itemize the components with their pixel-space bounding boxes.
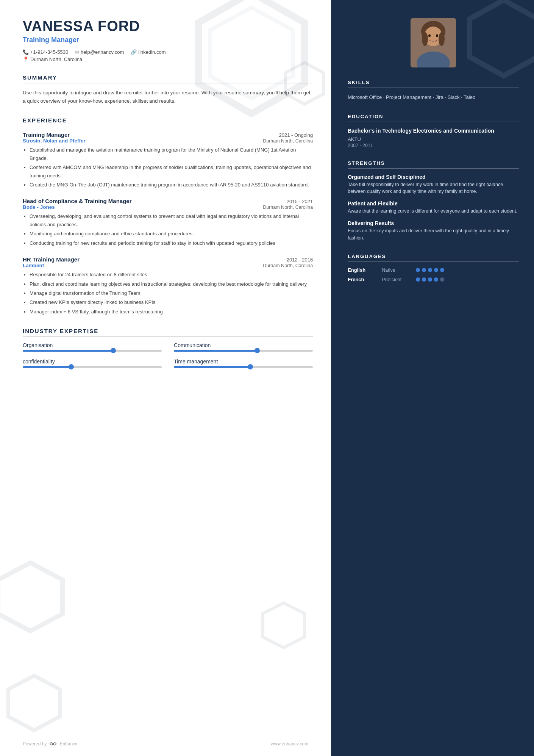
- strength-item-0: Organized and Self Disciplined Take full…: [348, 174, 519, 196]
- strength-item-2: Delivering Results Focus on the key inpu…: [348, 220, 519, 242]
- exp-bullet-2-1: Monitoring and enforcing compliance and …: [30, 230, 313, 238]
- exp-location-1: Durham North, Carolina: [263, 138, 313, 144]
- phone-contact: 📞 +1-914-345-5530: [23, 49, 68, 55]
- svg-point-13: [428, 34, 431, 37]
- email-icon: ✉: [75, 49, 79, 55]
- exp-bullet-1-0: Established and managed the aviation mai…: [30, 146, 313, 162]
- skills-text: Microsoft Office · Project Management · …: [348, 93, 519, 102]
- experience-section: EXPERIENCE Training Manager 2021 - Ongoi…: [23, 117, 313, 316]
- exp-location-2: Durham North, Carolina: [263, 205, 313, 210]
- lang-row-0: English Native: [348, 267, 519, 273]
- strength-desc-1: Aware that the learning curve is differe…: [348, 208, 519, 215]
- experience-title: EXPERIENCE: [23, 117, 313, 126]
- exp-bullets-2: Overseeing, developing, and evaluating c…: [23, 212, 313, 247]
- dot-0-0: [416, 268, 420, 272]
- strength-title-0: Organized and Self Disciplined: [348, 174, 519, 180]
- candidate-photo: [411, 18, 456, 67]
- footer-url: www.enhancv.com: [271, 741, 308, 747]
- exp-job-title-1: Training Manager: [23, 131, 70, 138]
- exp-bullet-3-3: Created new KPIs system directly linked …: [30, 298, 313, 306]
- education-section: EDUCATION Bachelor's in Technology Elect…: [348, 114, 519, 148]
- exp-job-title-3: HR Training Manager: [23, 256, 80, 263]
- exp-job-title-2: Head of Compliance & Training Manager: [23, 198, 132, 204]
- strength-title-1: Patient and Flexible: [348, 200, 519, 207]
- exp-bullet-3-4: Manager index + 6 VS Italy, although the…: [30, 308, 313, 316]
- link-icon: 🔗: [131, 49, 137, 55]
- expertise-bar-fill-0: [23, 350, 113, 352]
- expertise-bar-bg-3: [174, 366, 313, 368]
- expertise-label-3: Time management: [174, 358, 313, 365]
- exp-company-row-2: Bode - Jones Durham North, Carolina: [23, 204, 313, 210]
- strengths-title: STRENGTHS: [348, 160, 519, 169]
- expertise-time-management: Time management: [174, 358, 313, 368]
- dot-1-2: [428, 277, 432, 282]
- expertise-thumb-0: [111, 348, 116, 353]
- svg-marker-1: [210, 8, 293, 99]
- resume-container: VANESSA FORD Training Manager 📞 +1-914-3…: [0, 0, 534, 756]
- lang-row-1: French Proficient: [348, 277, 519, 282]
- exp-bullet-1-1: Conferred with AMCOM and MNG leadership …: [30, 163, 313, 180]
- svg-marker-4: [8, 676, 60, 730]
- exp-location-3: Durham North, Carolina: [263, 263, 313, 268]
- email-contact: ✉ help@enhancv.com: [75, 49, 124, 55]
- dot-0-2: [428, 268, 432, 272]
- lang-name-1: French: [348, 277, 382, 282]
- expertise-bar-fill-2: [23, 366, 71, 368]
- exp-company-row-1: Strosin, Nolan and Pfeffer Durham North,…: [23, 138, 313, 144]
- lang-level-0: Native: [382, 268, 416, 273]
- exp-bullet-1-2: Created the MNG On-The-Job (OJT) mainten…: [30, 181, 313, 189]
- svg-point-12: [439, 32, 445, 46]
- expertise-organisation: Organisation: [23, 342, 162, 352]
- location-icon: 📍: [23, 56, 29, 62]
- expertise-label-1: Communication: [174, 342, 313, 348]
- hex-decoration-small1: [282, 61, 327, 106]
- exp-date-1: 2021 - Ongoing: [279, 132, 313, 138]
- lang-name-0: English: [348, 267, 382, 273]
- expertise-bar-fill-3: [174, 366, 250, 368]
- svg-point-11: [422, 32, 428, 46]
- expertise-thumb-2: [69, 364, 74, 369]
- exp-header-1: Training Manager 2021 - Ongoing: [23, 131, 313, 138]
- exp-bullets-1: Established and managed the aviation mai…: [23, 146, 313, 189]
- expertise-section: INDUSTRY EXPERTISE Organisation Communic…: [23, 328, 313, 368]
- dot-0-3: [434, 268, 438, 272]
- svg-marker-5: [263, 603, 304, 648]
- strength-item-1: Patient and Flexible Aware that the lear…: [348, 200, 519, 215]
- expertise-title: INDUSTRY EXPERTISE: [23, 328, 313, 337]
- exp-bullet-2-0: Overseeing, developing, and evaluating c…: [30, 212, 313, 229]
- education-school: AKTU: [348, 136, 519, 142]
- svg-point-14: [436, 34, 438, 37]
- exp-header-2: Head of Compliance & Training Manager 20…: [23, 198, 313, 204]
- exp-item-3: HR Training Manager 2012 - 2016 Lambent …: [23, 256, 313, 316]
- exp-bullet-2-2: Conducting training for new recruits and…: [30, 239, 313, 247]
- education-degree: Bachelor's in Technology Electronics and…: [348, 127, 519, 135]
- expertise-bar-bg-0: [23, 350, 162, 352]
- dot-0-4: [440, 268, 444, 272]
- exp-company-row-3: Lambent Durham North, Carolina: [23, 263, 313, 268]
- strengths-section: STRENGTHS Organized and Self Disciplined…: [348, 160, 519, 242]
- exp-date-2: 2015 - 2021: [287, 199, 313, 204]
- dot-0-1: [422, 268, 426, 272]
- exp-item-1: Training Manager 2021 - Ongoing Strosin,…: [23, 131, 313, 189]
- education-years: 2007 - 2011: [348, 143, 519, 148]
- dot-1-0: [416, 277, 420, 282]
- expertise-bar-fill-1: [174, 350, 257, 352]
- languages-section: LANGUAGES English Native French Proficie…: [348, 254, 519, 282]
- expertise-confidentiality: confidentiality: [23, 358, 162, 368]
- svg-marker-2: [286, 63, 323, 104]
- lang-dots-1: [416, 277, 444, 282]
- exp-bullets-3: Responsible for 24 trainers located on 8…: [23, 271, 313, 316]
- left-panel: VANESSA FORD Training Manager 📞 +1-914-3…: [0, 0, 331, 756]
- lang-level-1: Proficient: [382, 277, 416, 282]
- lang-dots-0: [416, 268, 444, 272]
- expertise-bar-bg-2: [23, 366, 162, 368]
- strength-desc-0: Take full responsibility to deliver my w…: [348, 181, 519, 196]
- expertise-grid: Organisation Communication confidentiali…: [23, 342, 313, 368]
- svg-marker-6: [470, 0, 534, 76]
- exp-company-2: Bode - Jones: [23, 204, 55, 210]
- exp-bullet-3-2: Manage digital transformation of the Tra…: [30, 289, 313, 297]
- photo-placeholder-svg: [411, 18, 456, 67]
- skills-section: SKILLS Microsoft Office · Project Manage…: [348, 80, 519, 102]
- dot-1-1: [422, 277, 426, 282]
- expertise-communication: Communication: [174, 342, 313, 352]
